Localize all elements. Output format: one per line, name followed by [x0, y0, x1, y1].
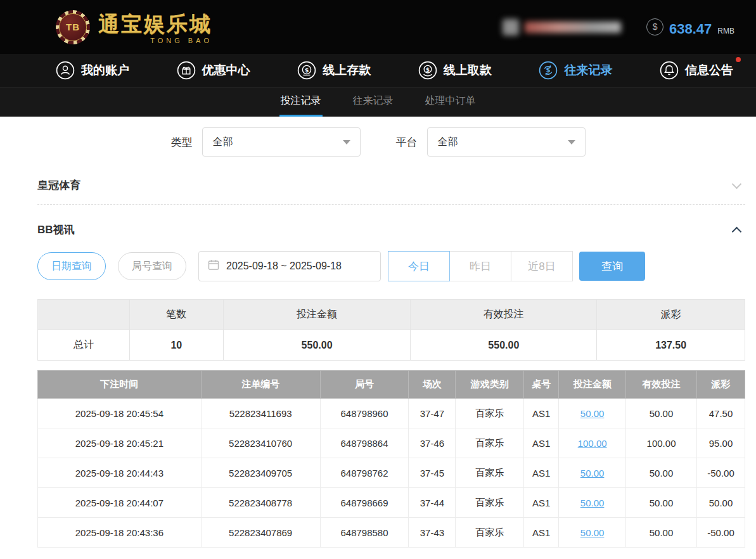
user-icon	[56, 61, 75, 80]
balance-display: $ 638.47 RMB	[646, 18, 734, 36]
bet-table-body: 2025-09-18 20:45:54522823411693648798960…	[38, 399, 745, 548]
tab-processing-orders[interactable]: 处理中订单	[424, 87, 477, 117]
session-cell: 37-47	[409, 399, 456, 428]
bet-amount-link[interactable]: 50.00	[580, 468, 605, 479]
tab-bet-records[interactable]: 投注记录	[279, 87, 323, 117]
session-cell: 37-45	[409, 458, 456, 488]
header-round-number: 局号	[320, 371, 409, 399]
nav-item-transfer-records[interactable]: $ 往来记录	[539, 61, 612, 80]
chevron-down-icon	[568, 140, 575, 145]
search-button[interactable]: 查询	[579, 252, 645, 281]
table-row: 2025-09-18 20:45:21522823410760648798864…	[38, 428, 745, 458]
payout-cell: 95.00	[696, 428, 745, 458]
order-number-cell: 522823408778	[201, 488, 320, 518]
summary-header-row: 笔数 投注金额 有效投注 派彩	[38, 300, 745, 330]
game-type-cell: 百家乐	[456, 399, 524, 428]
brand-logo[interactable]: TB 通宝娱乐城 TONG BAO	[56, 10, 212, 44]
calendar-icon	[208, 259, 219, 273]
nav-item-label: 信息公告	[685, 62, 733, 79]
nav-item-label: 优惠中心	[202, 62, 250, 79]
bet-time-cell: 2025-09-18 20:45:54	[38, 399, 202, 428]
bet-table-header-row: 下注时间 注单编号 局号 场次 游戏类别 桌号 投注金额 有效投注 派彩	[38, 371, 745, 399]
bet-time-cell: 2025-09-18 20:44:07	[38, 488, 202, 518]
yesterday-button[interactable]: 昨日	[449, 251, 511, 281]
last-8-days-button[interactable]: 近8日	[511, 251, 573, 281]
summary-total-row: 总计 10 550.00 550.00 137.50	[38, 330, 745, 361]
round-number-cell: 648798960	[320, 399, 409, 428]
platform-select-value: 全部	[438, 136, 458, 149]
nav-item-deposit[interactable]: $ 线上存款	[297, 61, 371, 80]
bet-amount-cell: 100.00	[559, 428, 626, 458]
summary-total-bet-amount: 550.00	[223, 330, 411, 361]
chevron-up-icon[interactable]	[732, 227, 742, 237]
valid-bet-cell: 50.00	[626, 399, 697, 428]
bet-amount-link[interactable]: 50.00	[580, 527, 605, 538]
transfer-records-icon: $	[539, 61, 558, 80]
section-title-bb-video: BB视讯	[37, 222, 75, 237]
summary-total-valid-bet: 550.00	[411, 330, 597, 361]
bet-amount-link[interactable]: 100.00	[578, 438, 607, 449]
header-payout: 派彩	[696, 371, 745, 399]
table-number-cell: AS1	[524, 488, 559, 518]
nav-item-announcements[interactable]: 信息公告	[660, 61, 733, 80]
nav-item-my-account[interactable]: 我的账户	[56, 61, 129, 80]
bet-time-cell: 2025-09-18 20:45:21	[38, 428, 202, 458]
today-button[interactable]: 今日	[388, 251, 450, 281]
valid-bet-cell: 100.00	[626, 428, 697, 458]
quick-range-group: 今日 昨日 近8日	[388, 251, 573, 281]
platform-filter-label: 平台	[396, 135, 418, 150]
date-query-button[interactable]: 日期查询	[37, 252, 106, 280]
table-row: 2025-09-18 20:45:54522823411693648798960…	[38, 399, 745, 428]
avatar	[503, 19, 519, 35]
nav-item-promotions[interactable]: 优惠中心	[177, 61, 250, 80]
balance-currency: RMB	[717, 27, 734, 35]
valid-bet-cell: 50.00	[626, 518, 697, 548]
platform-select[interactable]: 全部	[427, 127, 586, 157]
bet-amount-cell: 50.00	[559, 518, 626, 548]
nav-item-label: 线上取款	[444, 62, 492, 79]
bet-amount-cell: 50.00	[559, 399, 626, 428]
date-range-value: 2025-09-18 ~ 2025-09-18	[226, 260, 342, 272]
svg-text:$: $	[546, 67, 551, 74]
dollar-icon[interactable]: $	[646, 18, 663, 35]
withdraw-icon: $	[418, 61, 437, 80]
summary-corner-cell	[38, 300, 130, 330]
table-row: 2025-09-18 20:43:36522823407869648798580…	[38, 518, 745, 548]
game-type-cell: 百家乐	[456, 458, 524, 488]
filter-row: 类型 全部 平台 全部	[0, 117, 756, 164]
round-number-cell: 648798864	[320, 428, 409, 458]
session-cell: 37-44	[409, 488, 456, 518]
valid-bet-cell: 50.00	[626, 458, 697, 488]
summary-header-bet-amount: 投注金额	[223, 300, 411, 330]
nav-item-withdraw[interactable]: $ 线上取款	[418, 61, 492, 80]
section-crown-sports[interactable]: 皇冠体育	[37, 164, 745, 204]
date-range-input[interactable]: 2025-09-18 ~ 2025-09-18	[198, 251, 381, 281]
top-header: TB 通宝娱乐城 TONG BAO $ 638.47 RMB	[0, 0, 756, 54]
table-number-cell: AS1	[524, 428, 559, 458]
bet-amount-link[interactable]: 50.00	[580, 498, 605, 508]
user-bar: $ 638.47 RMB	[503, 18, 734, 36]
order-number-cell: 522823411693	[201, 399, 320, 428]
section-title-crown-sports: 皇冠体育	[37, 178, 80, 193]
session-cell: 37-46	[409, 428, 456, 458]
bet-amount-link[interactable]: 50.00	[580, 408, 605, 419]
type-select[interactable]: 全部	[202, 127, 361, 157]
round-query-button[interactable]: 局号查询	[118, 252, 186, 280]
order-number-cell: 522823410760	[201, 428, 320, 458]
query-bar: 日期查询 局号查询 2025-09-18 ~ 2025-09-18 今日 昨日 …	[37, 251, 745, 281]
bet-amount-cell: 50.00	[559, 488, 626, 518]
balance-amount: 638.47	[669, 22, 712, 36]
tab-transfer-records[interactable]: 往来记录	[352, 87, 395, 117]
type-filter-label: 类型	[171, 135, 193, 150]
deposit-icon: $	[297, 61, 316, 80]
notification-dot	[736, 57, 741, 62]
sub-tab-bar: 投注记录 往来记录 处理中订单	[0, 87, 756, 117]
table-number-cell: AS1	[524, 399, 559, 428]
bet-time-cell: 2025-09-18 20:44:43	[38, 458, 202, 488]
round-number-cell: 648798580	[320, 518, 409, 548]
chevron-down-icon[interactable]	[732, 179, 742, 189]
bell-icon	[660, 61, 679, 80]
section-bb-video[interactable]: BB视讯	[37, 205, 745, 245]
nav-item-label: 往来记录	[564, 62, 612, 79]
header-bet-time: 下注时间	[38, 371, 202, 399]
